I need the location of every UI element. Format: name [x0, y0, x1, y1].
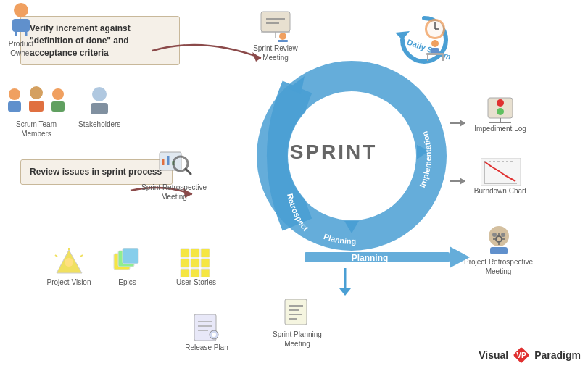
- svg-text:Planning: Planning: [352, 253, 389, 263]
- impediment-log-label: Impediment Log: [468, 125, 533, 133]
- svg-rect-86: [191, 259, 199, 267]
- svg-marker-73: [339, 288, 351, 296]
- svg-rect-16: [431, 48, 439, 54]
- svg-point-26: [9, 88, 20, 100]
- scrum-team-icon: Scrum Team Members: [4, 86, 69, 138]
- product-owner-icon: Product Owner: [7, 1, 35, 58]
- epics-icon: Epics: [107, 248, 147, 286]
- release-plan-icon: Release Plan: [181, 313, 232, 351]
- vp-paradigm-label: Paradigm: [534, 349, 581, 361]
- svg-rect-68: [490, 247, 508, 254]
- svg-rect-97: [285, 299, 307, 325]
- svg-point-32: [92, 87, 107, 101]
- svg-rect-89: [191, 269, 199, 277]
- svg-point-75: [65, 258, 73, 267]
- svg-rect-88: [181, 269, 189, 277]
- vp-logo: Visual VP Paradigm: [479, 346, 581, 364]
- planning-down-arrow: [338, 268, 352, 297]
- product-owner-label: Product Owner: [7, 39, 35, 58]
- svg-text:VP: VP: [517, 351, 527, 359]
- sprint-retro-meeting-label: Sprint Retrospective Meeting: [141, 183, 207, 201]
- sprint-planning-meeting-icon: Sprint Planning Meeting: [268, 296, 326, 349]
- user-stories-label: User Stories: [173, 278, 220, 286]
- svg-point-22: [14, 3, 28, 17]
- sprint-review-meeting-icon: Sprint Review Meeting: [247, 6, 305, 62]
- svg-rect-83: [191, 249, 199, 257]
- scrum-team-label: Scrum Team Members: [4, 120, 69, 138]
- svg-marker-59: [460, 178, 465, 185]
- svg-rect-27: [8, 101, 21, 112]
- svg-rect-19: [442, 55, 444, 61]
- vp-diamond-icon: VP: [513, 346, 530, 364]
- burndown-arrow: [450, 174, 471, 188]
- svg-rect-31: [51, 101, 65, 112]
- project-vision-label: Project Vision: [44, 278, 94, 286]
- svg-rect-81: [123, 248, 138, 264]
- svg-rect-38: [278, 40, 288, 42]
- svg-point-28: [30, 86, 43, 99]
- sprint-retro-meeting-icon: Sprint Retrospective Meeting: [141, 145, 207, 201]
- impediment-arrow: [450, 116, 471, 130]
- svg-rect-29: [29, 101, 44, 112]
- release-plan-label: Release Plan: [181, 343, 232, 351]
- svg-rect-84: [201, 249, 210, 257]
- svg-point-96: [212, 333, 216, 337]
- svg-rect-85: [181, 259, 189, 267]
- svg-point-61: [492, 233, 497, 237]
- svg-marker-53: [460, 120, 465, 127]
- project-retro-meeting-icon: Project Retrospective Meeting: [464, 223, 533, 276]
- svg-rect-33: [91, 103, 108, 114]
- svg-rect-18: [427, 55, 428, 61]
- svg-marker-70: [450, 246, 470, 268]
- svg-line-78: [55, 255, 57, 257]
- svg-rect-17: [426, 53, 444, 55]
- user-stories-icon: User Stories: [173, 248, 220, 286]
- svg-rect-90: [201, 269, 210, 277]
- svg-rect-82: [181, 249, 189, 257]
- project-vision-icon: Project Vision: [44, 248, 94, 286]
- svg-line-77: [80, 255, 83, 257]
- stakeholders-label: Stakeholders: [78, 120, 120, 129]
- svg-rect-87: [201, 259, 210, 267]
- main-container: Review Retrospect Planning Implementatio…: [0, 0, 588, 371]
- daily-scrum-icon: [395, 11, 453, 69]
- svg-rect-34: [261, 12, 290, 32]
- impediment-log-icon: Impediment Log: [468, 94, 533, 133]
- burndown-chart-icon: Burndown Chart: [468, 158, 533, 195]
- vp-visual-label: Visual: [479, 349, 508, 361]
- svg-point-48: [497, 99, 504, 107]
- burndown-chart-label: Burndown Chart: [468, 187, 533, 195]
- svg-point-49: [497, 108, 504, 115]
- svg-marker-10: [395, 31, 410, 40]
- svg-point-62: [501, 233, 505, 237]
- planning-arrow-svg: Planning: [305, 246, 471, 268]
- sprint-label: SPRINT: [290, 141, 378, 164]
- stakeholders-icon: Stakeholders: [78, 86, 120, 129]
- project-retro-label: Project Retrospective Meeting: [464, 257, 533, 276]
- sprint-review-meeting-label: Sprint Review Meeting: [247, 43, 305, 62]
- svg-point-37: [279, 33, 286, 40]
- sprint-planning-meeting-label: Sprint Planning Meeting: [268, 330, 326, 349]
- svg-point-30: [52, 88, 64, 100]
- epics-label: Epics: [107, 278, 147, 286]
- svg-point-15: [431, 40, 439, 47]
- svg-line-46: [186, 169, 191, 174]
